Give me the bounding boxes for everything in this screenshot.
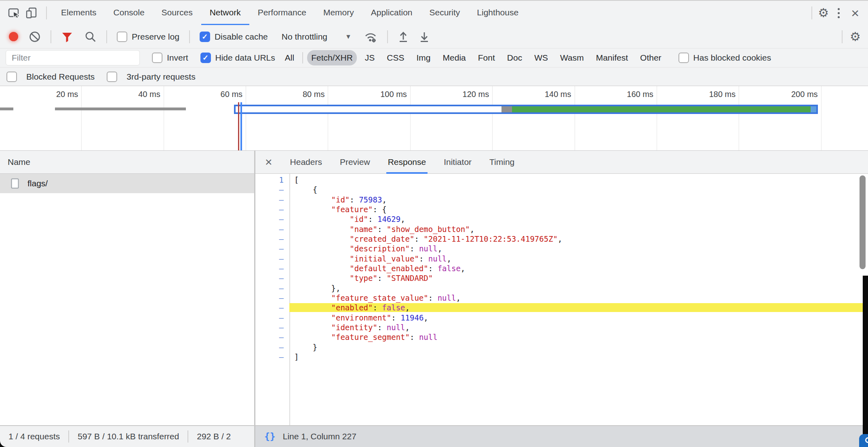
resource-type-manifest[interactable]: Manifest	[592, 50, 632, 65]
blocked-requests-checkbox[interactable]	[6, 72, 17, 82]
device-toolbar-icon[interactable]	[26, 6, 39, 19]
code-text: "feature_segment": null	[289, 333, 868, 342]
network-toolbar: Preserve log Disable cache No throttling…	[0, 25, 868, 48]
line-number: –	[255, 264, 289, 273]
dom-content-loaded-line	[240, 102, 242, 150]
resource-type-fetch-xhr[interactable]: Fetch/XHR	[307, 50, 357, 65]
resource-type-media[interactable]: Media	[439, 50, 470, 65]
pretty-print-icon[interactable]: {}	[264, 431, 276, 442]
preserve-log-checkbox[interactable]	[117, 32, 127, 42]
main-tab-memory[interactable]: Memory	[315, 0, 362, 25]
response-line: 1[	[255, 175, 868, 185]
filter-input[interactable]	[6, 50, 140, 65]
line-number: –	[255, 215, 289, 223]
filter-funnel-icon[interactable]	[61, 31, 73, 43]
details-pane: × HeadersPreviewResponseInitiatorTiming …	[255, 151, 868, 425]
response-viewer: 1[– {– "id": 75983,– "feature": {– "id":…	[255, 174, 868, 425]
code-text: }	[289, 343, 868, 352]
network-settings-gear-icon[interactable]: ⚙	[850, 31, 861, 43]
settings-gear-icon[interactable]: ⚙	[818, 7, 829, 19]
main-tab-application[interactable]: Application	[362, 0, 421, 25]
request-row-flags[interactable]: flags/	[0, 174, 254, 193]
details-tab-preview[interactable]: Preview	[338, 151, 372, 174]
response-line: – "feature_state_value": null,	[255, 293, 868, 303]
line-number: –	[255, 195, 289, 204]
resource-type-doc[interactable]: Doc	[503, 50, 526, 65]
chevron-down-icon[interactable]: ▼	[345, 33, 352, 40]
timeline-tick-label: 80 ms	[303, 90, 324, 99]
import-har-icon[interactable]	[398, 31, 409, 43]
main-tab-elements[interactable]: Elements	[53, 0, 105, 25]
code-text: "enabled": false,	[289, 303, 868, 312]
export-har-icon[interactable]	[419, 31, 430, 43]
resource-type-font[interactable]: Font	[474, 50, 499, 65]
resource-type-all[interactable]: All	[281, 50, 298, 65]
request-options-row: Blocked Requests 3rd-party requests	[0, 67, 868, 86]
main-tab-lighthouse[interactable]: Lighthouse	[468, 0, 527, 25]
resource-type-other[interactable]: Other	[636, 50, 666, 65]
more-options-icon[interactable]	[834, 6, 843, 20]
main-tab-console[interactable]: Console	[105, 0, 153, 25]
details-tab-headers[interactable]: Headers	[289, 151, 324, 174]
search-icon[interactable]	[84, 31, 97, 43]
overview-timeline[interactable]: 20 ms40 ms60 ms80 ms100 ms120 ms140 ms16…	[0, 86, 868, 151]
resource-type-ws[interactable]: WS	[530, 50, 552, 65]
name-header-label: Name	[8, 157, 30, 167]
code-text: },	[289, 284, 868, 293]
timeline-gridline	[410, 86, 411, 150]
resource-type-img[interactable]: Img	[413, 50, 435, 65]
close-details-icon[interactable]: ×	[260, 155, 277, 169]
main-tab-performance[interactable]: Performance	[249, 0, 315, 25]
resource-type-css[interactable]: CSS	[383, 50, 408, 65]
disable-cache-checkbox[interactable]	[200, 32, 210, 42]
request-phase-content-download	[512, 106, 811, 112]
resource-type-wasm[interactable]: Wasm	[556, 50, 588, 65]
main-tab-network[interactable]: Network	[201, 0, 249, 25]
main-tab-security[interactable]: Security	[421, 0, 468, 25]
timeline-gridline	[821, 86, 822, 150]
filter-bar: Invert Hide data URLs AllFetch/XHRJSCSSI…	[0, 48, 868, 67]
clear-network-log-icon[interactable]	[29, 31, 41, 43]
timeline-tick-label: 20 ms	[56, 90, 78, 99]
network-conditions-icon[interactable]	[364, 30, 377, 43]
response-line: – }	[255, 342, 868, 352]
code-text: "initial_value": null,	[289, 254, 868, 263]
throttling-select[interactable]: No throttling	[282, 32, 327, 42]
details-tab-bar: × HeadersPreviewResponseInitiatorTiming	[255, 151, 868, 174]
invert-checkbox[interactable]	[152, 53, 162, 63]
record-network-log-button[interactable]	[9, 32, 18, 41]
response-line: –]	[255, 352, 868, 362]
vertical-scrollbar[interactable]	[860, 175, 866, 269]
name-column-header[interactable]: Name	[0, 151, 254, 174]
inspect-element-icon[interactable]	[7, 6, 20, 19]
response-line: – {	[255, 185, 868, 194]
request-phase-waiting	[236, 106, 502, 112]
requests-table: Name flags/	[0, 151, 254, 425]
request-phase-stalled	[501, 106, 512, 112]
line-number: 1	[255, 175, 289, 184]
response-line: – "default_enabled": false,	[255, 264, 868, 273]
toolbar-divider	[189, 30, 190, 43]
has-blocked-cookies-checkbox[interactable]	[678, 53, 689, 63]
line-number: –	[255, 254, 289, 263]
line-number: –	[255, 185, 289, 194]
toolbar-divider	[387, 30, 388, 43]
third-party-checkbox[interactable]	[107, 72, 117, 82]
invert-label: Invert	[167, 53, 188, 63]
response-line: – "type": "STANDARD"	[255, 273, 868, 283]
resource-type-js[interactable]: JS	[361, 50, 379, 65]
main-tab-sources[interactable]: Sources	[153, 0, 201, 25]
hide-data-urls-label: Hide data URLs	[215, 53, 275, 63]
details-tab-response[interactable]: Response	[386, 151, 428, 174]
toolbar-divider	[51, 30, 51, 43]
timeline-tick-label: 140 ms	[545, 90, 571, 99]
code-text: "feature_state_value": null,	[289, 293, 868, 302]
line-number: –	[255, 333, 289, 342]
request-bar-selected[interactable]	[234, 105, 818, 114]
hide-data-urls-checkbox[interactable]	[200, 53, 211, 63]
details-tab-initiator[interactable]: Initiator	[442, 151, 473, 174]
details-tab-timing[interactable]: Timing	[488, 151, 516, 174]
line-number: –	[255, 303, 289, 312]
close-devtools-icon[interactable]: ×	[849, 6, 862, 20]
code-text: "feature": {	[289, 205, 868, 214]
